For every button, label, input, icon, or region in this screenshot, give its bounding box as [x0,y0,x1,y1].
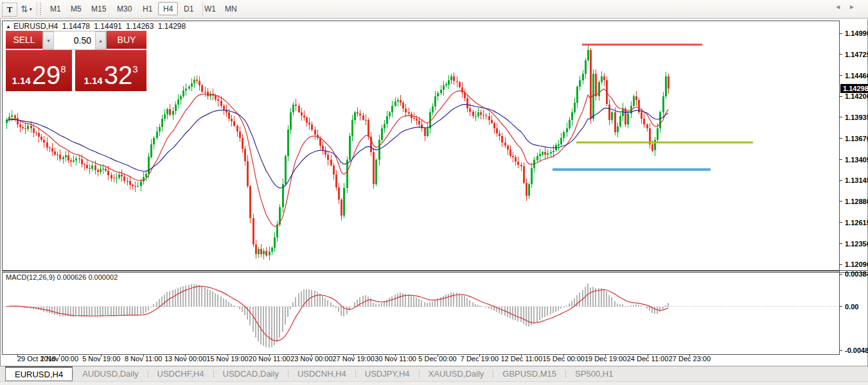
macd-axis-label: 0.00 [845,303,858,311]
chart-tab-eurusd-h4[interactable]: EURUSD,H4 [5,366,73,381]
price-axis-label: 1.12880 [845,198,868,205]
time-axis-label: 1 Nov 00:00 [40,355,78,363]
collapse-triangle-icon[interactable]: ▲ [6,24,11,30]
buy-price-display[interactable]: 1.14 32 3 [75,50,146,91]
sell-price-display[interactable]: 1.14 29 8 [6,50,72,91]
price-axis-label: 1.14990 [845,30,868,37]
ohlc-open: 1.14478 [62,22,90,31]
time-axis-label: 30 Nov 11:00 [375,355,416,363]
timeframe-button-m1[interactable]: M1 [45,2,66,15]
macd-axis-label: -0.004856 [845,346,868,354]
timeframe-button-h4[interactable]: H4 [158,2,178,15]
time-axis-label: 19 Dec 19:00 [585,355,626,363]
price-axis-label: 1.13145 [845,176,868,184]
toolbar-separator [202,2,203,16]
buy-price-sup: 3 [132,64,137,74]
chart-tab-sp500-h1[interactable]: SP500,H1 [566,366,622,381]
volume-stepper: ▼ 0.50 ▲ [42,31,107,50]
buy-price-big: 32 [104,65,133,85]
one-click-trading-panel: SELL ▼ 0.50 ▲ BUY 1.14 29 8 [6,31,146,91]
time-axis-label: 8 Nov 11:00 [125,355,163,363]
sell-button[interactable]: SELL [6,31,42,50]
toolbar-separator [37,2,37,16]
time-axis-label: 20 Nov 11:00 [249,355,290,363]
toolbar: T ⇅▾ M1M5M15M30H1H4D1W1MN [0,0,868,19]
chart-tab-xauusd-daily[interactable]: XAUUSD,Daily [420,366,493,381]
sell-price-prefix: 1.14 [12,76,30,85]
ohlc-high: 1.14491 [94,22,121,31]
time-axis-label: 13 Nov 00:00 [164,355,206,363]
price-axis-label: 1.13405 [845,156,868,164]
volume-decrease-button[interactable]: ▼ [43,31,54,49]
timeframe-button-h1[interactable]: H1 [137,2,157,15]
macd-indicator-label: MACD(12,26,9) 0.000626 0.000002 [6,273,118,281]
sell-price-sup: 8 [60,64,66,74]
volume-increase-button[interactable]: ▲ [95,31,106,49]
chart-tab-usdcad-daily[interactable]: USDCAD,Daily [214,366,288,381]
status-bar [0,381,868,385]
macd-axis-label: 0.003847 [845,270,868,278]
time-axis-label: 7 Dec 19:00 [461,355,499,363]
price-axis-label: 1.13935 [845,114,868,121]
time-axis-label: 5 Nov 19:00 [82,355,120,363]
time-axis-label: 27 Nov 19:00 [332,355,374,363]
time-axis-label: 24 Dec 11:00 [627,355,669,363]
sell-price-big: 29 [32,65,61,85]
tab-scroll-arrows[interactable]: ◄► [835,3,863,10]
timeframe-button-d1[interactable]: D1 [179,2,199,15]
updown-arrows-icon: ⇅ [21,4,28,14]
price-axis-label: 1.14200 [845,92,868,100]
price-axis-label: 1.14460 [845,72,868,80]
chart-symbol: EURUSD,H4 [13,22,58,31]
chart-tab-gbpusd-m15[interactable]: GBPUSD,M15 [493,366,565,381]
arrange-windows-icon[interactable]: ⇅▾ [19,3,33,15]
current-price-label: 1.14298 [843,85,868,92]
scroll-right-icon[interactable]: ► [849,3,863,10]
chart-tab-audusd-daily[interactable]: AUDUSD,Daily [73,366,147,381]
price-axis-label: 1.12615 [845,219,868,227]
dropdown-caret-icon: ▾ [30,6,32,12]
chart-window: ▲EURUSD,H4 1.14478 1.14491 1.14263 1.142… [0,19,868,385]
chart-tab-bar: EURUSD,H4AUDUSD,DailyUSDCHF,H4USDCAD,Dai… [0,366,868,381]
timeframe-button-m30[interactable]: M30 [112,2,137,15]
price-axis-label: 1.14725 [845,51,868,58]
price-axis-label: 1.12090 [845,261,868,268]
time-axis-label: 12 Dec 11:00 [500,355,542,363]
buy-button[interactable]: BUY [107,31,146,50]
ohlc-low: 1.14263 [126,22,154,31]
mt4-window: T ⇅▾ M1M5M15M30H1H4D1W1MN ▲EURUSD,H4 1.1… [0,0,868,385]
chart-tab-usdchf-h4[interactable]: USDCHF,H4 [148,366,213,381]
time-axis-label: 15 Nov 19:00 [206,355,248,363]
scroll-left-icon[interactable]: ◄ [835,3,849,10]
buy-price-prefix: 1.14 [84,76,102,85]
time-axis-label: 23 Nov 00:00 [290,355,332,363]
volume-input[interactable]: 0.50 [54,31,95,49]
chart-ohlc-title: ▲EURUSD,H4 1.14478 1.14491 1.14263 1.142… [6,22,188,31]
timeframe-button-m15[interactable]: M15 [86,2,111,15]
toolbar-grip[interactable] [39,3,42,15]
time-axis-label: 5 Dec 00:00 [418,355,456,363]
chart-tab-usdjpy-h4[interactable]: USDJPY,H4 [356,366,419,381]
text-label-tool-icon[interactable]: T [2,3,17,17]
ohlc-close: 1.14298 [158,22,186,31]
price-axis-label: 1.12350 [845,240,868,248]
timeframe-button-m5[interactable]: M5 [66,2,87,15]
time-axis-label: 27 Dec 23:00 [669,355,711,363]
time-axis-label: 15 Dec 00:00 [542,355,584,363]
price-axis-label: 1.13670 [845,135,868,142]
chart-tab-usdcnh-h4[interactable]: USDCNH,H4 [288,366,355,381]
timeframe-button-mn[interactable]: MN [220,2,242,15]
